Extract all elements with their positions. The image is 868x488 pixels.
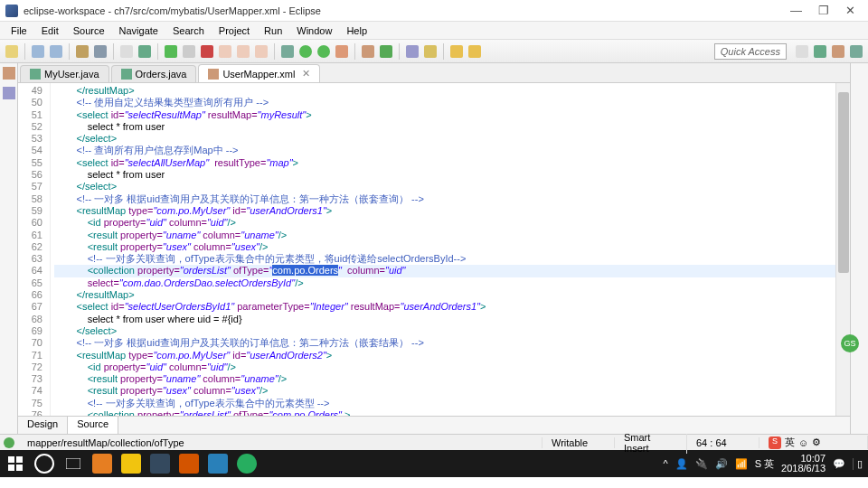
quick-access[interactable]: Quick Access <box>714 43 787 60</box>
resume-button[interactable] <box>163 43 179 60</box>
code-line[interactable]: <!-- 一对多 根据uid查询用户及其关联的订单信息：第二种方法（嵌套结果） … <box>54 337 835 349</box>
bottom-tab-source[interactable]: Source <box>68 417 118 434</box>
new-server-button[interactable] <box>92 43 108 60</box>
tray-wifi-icon[interactable]: 📶 <box>735 458 748 470</box>
tray-ime[interactable]: S 英 <box>755 457 774 471</box>
search-button[interactable] <box>422 43 439 60</box>
menu-file[interactable]: File <box>4 23 34 38</box>
menu-window[interactable]: Window <box>289 23 339 38</box>
code-line[interactable]: select * from user where uid = #{id} <box>54 314 835 325</box>
run-last-button[interactable] <box>316 43 332 60</box>
code-line[interactable]: <resultMap type="com.po.MyUser" id="user… <box>54 205 835 217</box>
code-line[interactable]: select * from user <box>54 169 835 181</box>
terminate-button[interactable] <box>199 43 215 60</box>
toggle-breadcrumb-button[interactable] <box>118 43 135 60</box>
app-powerpoint[interactable] <box>179 454 199 474</box>
cortana-button[interactable] <box>34 454 54 474</box>
menu-navigate[interactable]: Navigate <box>112 23 165 38</box>
clock[interactable]: 10:07 2018/6/13 <box>781 454 826 474</box>
tray-power-icon[interactable]: 🔌 <box>695 458 708 470</box>
menu-help[interactable]: Help <box>339 23 374 38</box>
run-button[interactable] <box>297 43 314 60</box>
tray-people-icon[interactable]: 👤 <box>675 458 688 470</box>
java-ee-perspective[interactable] <box>812 43 828 60</box>
code-line[interactable]: </resultMap> <box>54 289 835 301</box>
menu-source[interactable]: Source <box>66 23 112 38</box>
app-explorer[interactable] <box>121 454 141 474</box>
app-other[interactable] <box>208 454 228 474</box>
forward-button[interactable] <box>467 43 483 60</box>
tab-myuser-java[interactable]: MyUser.java <box>20 65 109 82</box>
code-line[interactable]: <!-- 一对多 根据uid查询用户及其关联的订单信息：第一种方法（嵌套查询） … <box>54 193 835 205</box>
step-into-button[interactable] <box>217 43 233 60</box>
app-eclipse[interactable] <box>150 454 170 474</box>
code-line[interactable]: <result property="uname" column="uname"/… <box>54 373 835 385</box>
minimize-button[interactable]: — <box>790 4 802 17</box>
step-return-button[interactable] <box>253 43 269 60</box>
code-line[interactable]: <!-- 使用自定义结果集类型查询所有用户 --> <box>54 97 835 108</box>
code-line[interactable]: <result property="usex" column="usex"/> <box>54 385 835 397</box>
code-line[interactable]: <id property="uid" column="uid"/> <box>54 361 835 373</box>
back-button[interactable] <box>448 43 465 60</box>
code-line[interactable]: <resultMap type="com.po.MyUser" id="user… <box>54 350 835 361</box>
code-line[interactable]: <!-- 一对多关联查询，ofType表示集合中的元素类型 --> <box>54 398 835 409</box>
debug-perspective[interactable] <box>848 43 864 60</box>
tray-volume-icon[interactable]: 🔊 <box>715 458 728 470</box>
package-explorer-icon[interactable] <box>3 67 15 80</box>
code-line[interactable]: <select id="selectAllUserMap" resultType… <box>54 157 835 169</box>
code-line[interactable]: </select> <box>54 133 835 145</box>
code-line[interactable]: </select> <box>54 181 835 192</box>
code-line[interactable]: <collection property="ordersList" ofType… <box>54 265 835 277</box>
code-line[interactable]: <collection property="ordersList" ofType… <box>54 409 835 416</box>
code-line[interactable]: select * from user <box>54 121 835 133</box>
scrollbar-thumb[interactable] <box>838 92 849 273</box>
save-all-button[interactable] <box>48 43 64 60</box>
menu-project[interactable]: Project <box>212 23 257 38</box>
code-line[interactable]: <!-- 一对多关联查询，ofType表示集合中的元素类型，将uid传递给sel… <box>54 253 835 265</box>
save-button[interactable] <box>30 43 46 60</box>
debug-button[interactable] <box>279 43 296 60</box>
show-desktop[interactable]: ▯ <box>853 458 863 470</box>
assistant-badge[interactable]: GS <box>841 334 859 352</box>
new-class-button[interactable] <box>378 43 394 60</box>
new-button[interactable] <box>4 43 20 60</box>
menu-run[interactable]: Run <box>257 23 289 38</box>
status-tool-icon[interactable]: ⚙ <box>812 436 821 448</box>
code-line[interactable]: select="com.dao.OrdersDao.selectOrdersBy… <box>54 277 835 289</box>
ime-badge[interactable]: S <box>769 436 781 449</box>
code-line[interactable]: <id property="uid" column="uid"/> <box>54 217 835 229</box>
suspend-button[interactable] <box>181 43 197 60</box>
code-line[interactable]: </select> <box>54 325 835 337</box>
toggle-build-button[interactable] <box>74 43 90 60</box>
app-firefox[interactable] <box>92 454 112 474</box>
open-perspective-button[interactable] <box>794 43 810 60</box>
code-content[interactable]: </resultMap> <!-- 使用自定义结果集类型查询所有用户 --> <… <box>51 83 835 416</box>
coverage-button[interactable] <box>334 43 350 60</box>
menu-search[interactable]: Search <box>165 23 212 38</box>
close-button[interactable]: ✕ <box>845 4 855 17</box>
notification-icon[interactable]: 💬 <box>833 458 845 470</box>
new-package-button[interactable] <box>360 43 376 60</box>
code-line[interactable]: <select id="selectResultMap" resultMap="… <box>54 109 835 121</box>
code-line[interactable]: <!-- 查询所有用户信息存到Map中 --> <box>54 145 835 156</box>
start-button[interactable] <box>5 454 25 474</box>
navigator-icon[interactable] <box>3 87 15 99</box>
tab-orders-java[interactable]: Orders.java <box>111 65 197 82</box>
step-over-button[interactable] <box>235 43 251 60</box>
tray-up-icon[interactable]: ^ <box>663 458 667 469</box>
code-line[interactable]: </resultMap> <box>54 85 835 97</box>
open-type-button[interactable] <box>404 43 420 60</box>
toggle-mark-button[interactable] <box>137 43 153 60</box>
code-line[interactable]: <result property="usex" column="usex"/> <box>54 241 835 253</box>
menu-edit[interactable]: Edit <box>34 23 66 38</box>
status-emoji-icon[interactable]: ☺ <box>798 437 808 448</box>
close-tab-icon[interactable]: ✕ <box>302 68 310 80</box>
app-wechat[interactable] <box>237 454 257 474</box>
java-perspective[interactable] <box>830 43 846 60</box>
code-line[interactable]: <result property="uname" column="uname"/… <box>54 230 835 241</box>
maximize-button[interactable]: ❐ <box>818 4 829 17</box>
tab-usermapper-xml[interactable]: UserMapper.xml✕ <box>198 64 320 82</box>
bottom-tab-design[interactable]: Design <box>18 417 68 434</box>
taskview-button[interactable] <box>63 454 83 474</box>
code-line[interactable]: <select id="selectUserOrdersById1" param… <box>54 301 835 313</box>
